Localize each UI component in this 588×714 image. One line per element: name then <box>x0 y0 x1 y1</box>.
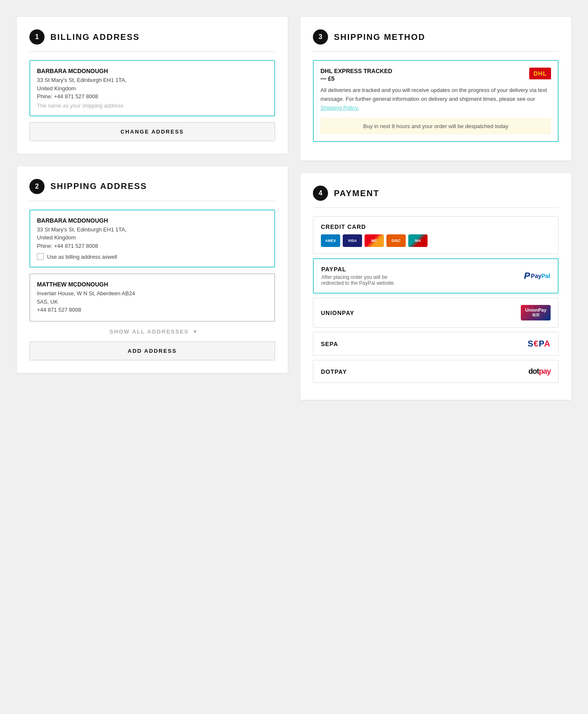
billing-line1: 33 St Mary's St, Edinburgh EH1 1TA, <box>37 76 268 84</box>
billing-address-box: BARBARA MCDONOUGH 33 St Mary's St, Edinb… <box>29 60 275 116</box>
sepa-label: SEPA <box>321 341 338 347</box>
shipping-address-box-2[interactable]: MATTHEW MCDONOUGH Inverlair House, W N S… <box>29 273 275 322</box>
dotpay-label: DOTPAY <box>321 368 347 375</box>
billing-note: The same as your shipping address <box>37 102 268 109</box>
credit-card-label: CREDIT CARD <box>321 223 428 230</box>
payment-divider <box>313 207 559 208</box>
billing-phone: Phine: +44 871 527 8008 <box>37 92 268 101</box>
discover-icon: DISC <box>386 234 406 247</box>
shipping-name-1: BARBARA MCDONOUGH <box>37 217 268 224</box>
amex-icon: AMEX <box>321 234 340 247</box>
shipping-address-divider <box>29 201 275 201</box>
payment-option-sepa[interactable]: SEPA S€PA <box>313 332 559 356</box>
paypal-label: PAYPAL <box>321 266 405 273</box>
shipping-notice: Buy in next 8 hours and your order will … <box>320 118 551 134</box>
shipping-method-divider <box>313 51 559 52</box>
payment-header: 4 PAYMENT <box>313 186 559 201</box>
visa-icon: VISA <box>343 234 362 247</box>
billing-title: BILLING ADDRESS <box>50 32 140 42</box>
sepa-logo: S€PA <box>528 339 551 349</box>
shipping-desc: All deliveries are tracked and you will … <box>320 86 551 112</box>
shipping-option-box[interactable]: DHL EXPRESS TRACKED — £5 DHL All deliver… <box>313 60 559 142</box>
shipping-address-box-1[interactable]: BARBARA MCDONOUGH 33 St Mary's St, Edinb… <box>29 210 275 268</box>
billing-address-card: 1 BILLING ADDRESS BARBARA MCDONOUGH 33 S… <box>17 17 288 154</box>
shipping-option-name: DHL EXPRESS TRACKED <box>320 68 392 74</box>
payment-step-badge: 4 <box>313 186 328 201</box>
shipping-policy-link[interactable]: Shipping Policy. <box>320 105 359 111</box>
payment-card: 4 PAYMENT CREDIT CARD AMEX VISA MC DISC … <box>300 173 571 400</box>
billing-name: BARBARA MCDONOUGH <box>37 68 268 74</box>
dhl-logo: DHL <box>529 68 551 79</box>
change-address-button[interactable]: CHANGE ADDRESS <box>29 122 275 141</box>
billing-header: 1 BILLING ADDRESS <box>29 29 275 45</box>
shipping-address-header: 2 SHIPPING ADDRESS <box>29 179 275 194</box>
shipping-method-title: SHIPPING METHOD <box>334 32 425 42</box>
shipping-line1-1: 33 St Mary's St, Edinburgh EH1 1TA, <box>37 226 268 234</box>
shipping-line2-1: United Kingdom <box>37 234 268 242</box>
billing-same-label: Use as billing address aswell <box>47 254 117 260</box>
shipping-option-price: — £5 <box>320 75 392 82</box>
shipping-method-header: 3 SHIPPING METHOD <box>313 29 559 45</box>
billing-line2: United Kingdom <box>37 84 268 93</box>
dotpay-logo: dotpay <box>528 367 551 376</box>
shipping-address-card: 2 SHIPPING ADDRESS BARBARA MCDONOUGH 33 … <box>17 166 288 373</box>
shipping-method-step-badge: 3 <box>313 29 328 45</box>
payment-option-credit-card[interactable]: CREDIT CARD AMEX VISA MC DISC MA <box>313 216 559 254</box>
show-all-addresses[interactable]: SHOW ALL ADDRESSES ▾ <box>29 328 275 335</box>
mastercard-icon: MC <box>365 234 384 247</box>
maestro-icon: MA <box>408 234 428 247</box>
billing-step-badge: 1 <box>29 29 45 45</box>
paypal-desc: After placing order you will be redirect… <box>321 274 405 286</box>
billing-same-row: Use as billing address aswell <box>37 253 268 260</box>
payment-option-dotpay[interactable]: DOTPAY dotpay <box>313 360 559 383</box>
card-icons: AMEX VISA MC DISC MA <box>321 234 428 247</box>
shipping-line2-2: 5AS, UK <box>37 298 268 306</box>
paypal-logo: P PayPal <box>524 270 550 281</box>
chevron-down-icon: ▾ <box>194 328 197 335</box>
billing-same-checkbox[interactable] <box>37 253 44 260</box>
shipping-name-2: MATTHEW MCDONOUGH <box>37 281 268 288</box>
shipping-address-step-badge: 2 <box>29 179 45 194</box>
payment-option-paypal[interactable]: PAYPAL After placing order you will be r… <box>313 258 559 294</box>
unionpay-label: UNIONPAY <box>321 310 354 316</box>
add-address-button[interactable]: ADD ADDRESS <box>29 341 275 360</box>
shipping-phone-1: Phine: +44 871 527 8008 <box>37 242 268 250</box>
payment-option-unionpay[interactable]: UNIONPAY UnionPay 银联 <box>313 298 559 328</box>
shipping-option-header: DHL EXPRESS TRACKED — £5 DHL <box>320 68 551 82</box>
billing-divider <box>29 51 275 52</box>
payment-title: PAYMENT <box>334 189 379 198</box>
shipping-address-title: SHIPPING ADDRESS <box>50 181 147 191</box>
shipping-phone-2: +44 871 527 8008 <box>37 306 268 314</box>
shipping-method-card: 3 SHIPPING METHOD DHL EXPRESS TRACKED — … <box>300 17 571 160</box>
shipping-line1-2: Inverlair House, W N St, Aberdeen AB24 <box>37 289 268 298</box>
unionpay-logo: UnionPay 银联 <box>521 305 551 320</box>
